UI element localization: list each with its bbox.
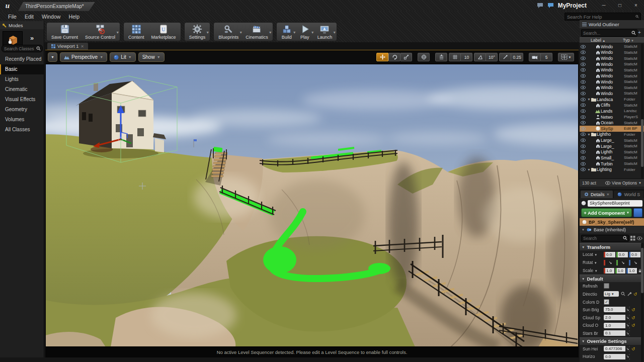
reset-to-default-icon[interactable]: ↺ xyxy=(633,292,637,297)
modes-category-lights[interactable]: Lights xyxy=(0,74,44,84)
spinbox-handle-icon[interactable]: ↘ xyxy=(625,354,630,359)
outliner-row-skysp[interactable]: SkySpEdit BP xyxy=(580,126,644,132)
toolbar-button-save-current[interactable]: Save Current xyxy=(48,23,82,40)
modes-category-cinematic[interactable]: Cinematic xyxy=(0,84,44,95)
menu-window[interactable]: Window xyxy=(42,14,60,20)
rotation-spinbox[interactable]: ↘ xyxy=(616,260,628,265)
axis-value-field[interactable]: 0.0 xyxy=(616,252,628,257)
outliner-row-windo[interactable]: WindoStaticM xyxy=(580,73,644,79)
dropdown-arrow-icon[interactable]: ▼ xyxy=(333,31,336,34)
visibility-eye-icon[interactable] xyxy=(580,50,586,54)
toolbar-button-cinematics[interactable]: Cinematics▼ xyxy=(242,23,272,40)
outliner-row-windo[interactable]: WindoStaticM xyxy=(580,44,644,50)
axis-value-field[interactable]: 1.0 xyxy=(626,268,637,274)
actor-name-field[interactable]: SkySphereBlueprint xyxy=(588,200,642,207)
visibility-eye-icon[interactable] xyxy=(580,127,586,131)
outliner-row-cliffs[interactable]: CliffsStaticM xyxy=(580,102,644,108)
toolbar-button-settings[interactable]: Settings▼ xyxy=(186,23,209,40)
outliner-row-windo[interactable]: WindoStaticM xyxy=(580,84,644,90)
chat-bubble-icon[interactable] xyxy=(547,1,554,10)
numeric-field[interactable]: 75.0↘ xyxy=(604,307,630,312)
outliner-search-input[interactable] xyxy=(582,31,631,36)
browse-icon[interactable] xyxy=(621,292,625,296)
visibility-eye-icon[interactable] xyxy=(580,138,586,142)
visibility-eye-icon[interactable] xyxy=(580,68,586,72)
maximize-viewport-button[interactable]: ▼ xyxy=(558,53,574,61)
visibility-eye-icon[interactable] xyxy=(580,74,586,78)
maximize-button[interactable]: □ xyxy=(614,2,626,10)
toolbar-button-source-control[interactable]: Source Control▼ xyxy=(82,23,119,40)
grid-snap-value[interactable]: 10 xyxy=(461,53,472,61)
section-header-transform[interactable]: ▼Transform xyxy=(580,243,641,250)
visibility-eye-icon[interactable] xyxy=(580,162,586,166)
modes-category-visual-effects[interactable]: Visual Effects xyxy=(0,95,44,105)
component-self-row[interactable]: BP_Sky_Sphere(self) xyxy=(580,218,644,226)
axis-value-field[interactable]: 0.0 xyxy=(604,252,615,257)
help-search[interactable] xyxy=(565,13,641,21)
toolbar-button-play[interactable]: Play▼ xyxy=(296,23,314,40)
surface-snapping-button[interactable] xyxy=(435,53,447,61)
dropdown-arrow-icon[interactable]: ▼ xyxy=(269,31,272,34)
modes-category-recently-placed[interactable]: Recently Placed xyxy=(0,54,44,64)
visibility-eye-icon[interactable] xyxy=(580,144,586,148)
visibility-eye-icon[interactable] xyxy=(580,45,586,49)
rotation-snap-value[interactable]: 10° xyxy=(486,53,498,61)
menu-help[interactable]: Help xyxy=(68,14,79,20)
outliner-row-turbin[interactable]: TurbinStaticM xyxy=(580,161,644,167)
numeric-field[interactable]: 0.477306↘ xyxy=(604,346,630,351)
spinbox-handle-icon[interactable]: ↘ xyxy=(625,330,630,336)
numeric-field[interactable]: 1.0↘ xyxy=(604,323,630,328)
help-search-input[interactable] xyxy=(565,14,635,20)
outliner-scrollbar[interactable] xyxy=(641,44,643,178)
numeric-field[interactable]: 2.0↘ xyxy=(604,315,630,320)
grid-snap-button[interactable] xyxy=(449,53,461,61)
scale-tool-button[interactable] xyxy=(400,53,412,61)
modes-search-input[interactable] xyxy=(2,46,36,51)
expand-chevron-icon[interactable]: » xyxy=(30,34,34,42)
outliner-row-lands[interactable]: LandsLandsc xyxy=(580,108,644,114)
outliner-row-lighting[interactable]: ▼LightingFolder xyxy=(580,166,644,172)
outliner-row-ocean[interactable]: OceanStaticM xyxy=(580,120,644,126)
visibility-eye-icon[interactable] xyxy=(580,109,586,113)
modes-category-geometry[interactable]: Geometry xyxy=(0,105,44,115)
rotation-spinbox[interactable]: ↘ xyxy=(604,260,615,265)
checkbox[interactable]: ✓ xyxy=(604,299,609,305)
world-outliner-tab[interactable]: World Outliner xyxy=(580,20,644,28)
tab-world-settings[interactable]: World S xyxy=(614,191,643,198)
modes-search[interactable] xyxy=(2,45,43,52)
dropdown-arrow-icon[interactable]: ▼ xyxy=(116,31,119,34)
outliner-row-landsca[interactable]: ▼LandscaFolder xyxy=(580,97,644,103)
outliner-row-windo[interactable]: WindoStaticM xyxy=(580,67,644,73)
visibility-eye-icon[interactable] xyxy=(580,92,586,96)
outliner-row-lighth[interactable]: LighthStaticM xyxy=(580,149,644,155)
visibility-eye-icon[interactable] xyxy=(580,103,586,107)
details-scrollbar[interactable] xyxy=(641,243,643,362)
base-inherited-row[interactable]: ▼ Base (Inherited) xyxy=(580,226,644,233)
menu-edit[interactable]: Edit xyxy=(25,14,34,20)
section-header-default[interactable]: ▼Default xyxy=(580,275,641,282)
reset-to-default-icon[interactable]: ↺ xyxy=(631,323,635,328)
outliner-row-large-[interactable]: Large_StaticM xyxy=(580,143,644,149)
outliner-row-large-[interactable]: Large_StaticM xyxy=(580,137,644,143)
reset-to-default-icon[interactable]: ↺ xyxy=(631,315,635,320)
move-tool-button[interactable] xyxy=(376,53,388,61)
visibility-eye-icon[interactable] xyxy=(580,132,586,136)
visibility-eye-icon[interactable] xyxy=(580,56,586,60)
numeric-field[interactable]: 0.0↘ xyxy=(604,354,630,359)
tab-details[interactable]: Details✕ xyxy=(581,191,613,198)
scale-snap-button[interactable] xyxy=(499,53,511,61)
outliner-columns[interactable]: Label ▲ Typ ▼ xyxy=(580,37,644,43)
visibility-eye-icon[interactable] xyxy=(580,156,586,160)
modes-category-all-classes[interactable]: All Classes xyxy=(0,125,44,135)
section-header-override-settings[interactable]: ▼Override Settings xyxy=(580,337,641,345)
toolbar-button-build[interactable]: Build▼ xyxy=(278,23,296,40)
modes-category-volumes[interactable]: Volumes xyxy=(0,115,44,125)
outliner-search[interactable] xyxy=(581,29,637,37)
camera-speed-button[interactable] xyxy=(529,53,541,61)
camera-speed-value[interactable]: 5 xyxy=(541,53,552,61)
toolbar-button-launch[interactable]: Launch▼ xyxy=(314,23,336,40)
visibility-eye-icon[interactable] xyxy=(580,62,586,66)
checkbox[interactable] xyxy=(604,283,609,289)
close-button[interactable]: × xyxy=(630,2,642,10)
edit-blueprint-button[interactable] xyxy=(633,208,642,217)
